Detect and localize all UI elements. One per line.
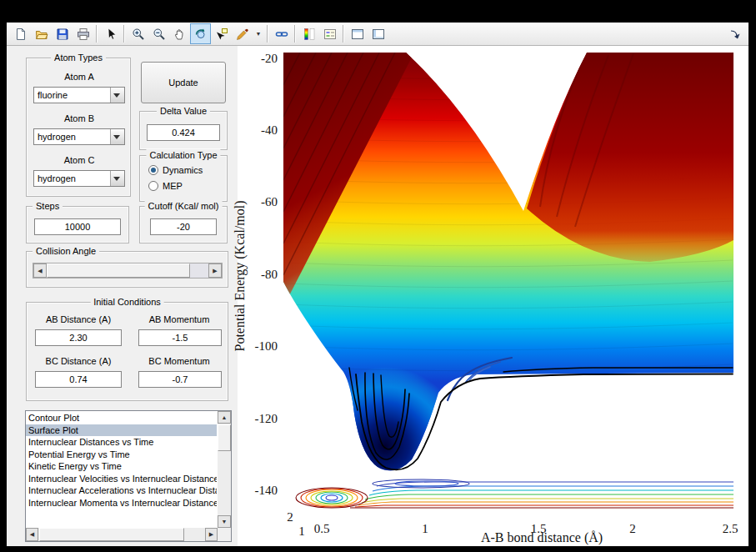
calculation-type-panel: Calculation Type Dynamics MEP	[139, 155, 228, 202]
atom-a-label: Atom A	[27, 72, 132, 82]
ab-momentum-field[interactable]	[138, 329, 222, 346]
list-item[interactable]: Potential Energy vs Time	[26, 449, 217, 461]
legend-icon	[323, 28, 337, 41]
new-file-button[interactable]	[10, 23, 31, 44]
plot-type-listbox: Contour Plot Surface Plot Internuclear D…	[25, 410, 232, 542]
cutoff-field[interactable]	[150, 218, 217, 235]
toolbar-separator	[294, 25, 296, 43]
toolbar-separator	[96, 25, 98, 43]
atom-b-select[interactable]: hydrogen	[33, 128, 125, 145]
scroll-down-arrow[interactable]: ▼	[218, 515, 231, 528]
atom-c-label: Atom C	[27, 155, 132, 165]
scroll-right-arrow[interactable]: ▶	[205, 528, 218, 541]
radio-selected-icon	[148, 165, 158, 175]
open-folder-icon	[35, 28, 48, 41]
bc-momentum-field[interactable]	[138, 371, 222, 388]
save-button[interactable]	[52, 23, 73, 44]
bc-momentum-label: BC Momentum	[137, 356, 222, 366]
rotate-3d-icon	[194, 28, 208, 41]
scroll-up-arrow[interactable]: ▲	[218, 411, 231, 424]
vertical-scroll-thumb[interactable]	[218, 424, 231, 451]
save-icon	[56, 28, 69, 41]
open-file-button[interactable]	[31, 23, 52, 44]
insert-colorbar-button[interactable]	[298, 23, 319, 44]
brush-button[interactable]	[232, 23, 253, 44]
delta-value-field[interactable]	[147, 124, 220, 141]
list-item[interactable]: Internuclear Distances vs Time	[26, 436, 217, 449]
horizontal-scrollbar[interactable]: ◀ ▶	[26, 528, 218, 541]
pan-button[interactable]	[169, 23, 190, 44]
ab-momentum-label: AB Momentum	[137, 314, 222, 324]
zoom-out-button[interactable]	[148, 23, 169, 44]
list-item[interactable]: Internuclear Velocities vs Internuclear …	[26, 473, 217, 485]
initial-conditions-title: Initial Conditions	[90, 296, 164, 308]
vertical-scrollbar[interactable]: ▲ ▼	[218, 411, 231, 528]
pan-hand-icon	[173, 28, 187, 41]
steps-field[interactable]	[34, 218, 121, 235]
scrollbar-corner	[218, 528, 231, 541]
mep-radio-label: MEP	[163, 181, 183, 191]
atom-a-value: fluorine	[38, 90, 68, 100]
x-axis-label: A-B bond distance (Å)	[454, 530, 629, 545]
list-item[interactable]: Contour Plot	[26, 412, 217, 424]
data-cursor-button[interactable]	[211, 23, 232, 44]
list-item[interactable]: Kinetic Energy vs Time	[26, 460, 217, 473]
y-axis-tick: -80	[243, 268, 278, 282]
potential-energy-surface-plot[interactable]	[250, 46, 756, 550]
atom-b-value: hydrogen	[38, 132, 76, 142]
collision-angle-panel: Collision Angle ◀ ▶	[26, 251, 228, 288]
calculation-type-title: Calculation Type	[146, 149, 220, 161]
toolbar-separator	[267, 25, 268, 43]
slider-left-arrow[interactable]: ◀	[33, 263, 47, 278]
steps-panel: Steps	[26, 206, 129, 243]
atom-types-panel: Atom Types Atom A fluorine Atom B hydrog…	[26, 58, 131, 197]
atom-c-select[interactable]: hydrogen	[33, 170, 125, 187]
collision-angle-title: Collision Angle	[33, 245, 99, 257]
brush-dropdown-arrow[interactable]: ▼	[253, 23, 264, 44]
collision-angle-slider[interactable]: ◀ ▶	[33, 263, 223, 279]
base-contour-lines	[296, 479, 733, 508]
cutoff-panel: Cutoff (Kcal/ mol)	[139, 206, 228, 243]
list-items: Contour Plot Surface Plot Internuclear D…	[26, 412, 217, 509]
figure-toolbar: ▼	[7, 23, 748, 46]
y-axis-tick: -20	[243, 52, 278, 66]
rotate-3d-button[interactable]	[190, 23, 211, 44]
list-item-selected[interactable]: Surface Plot	[26, 424, 217, 437]
atom-c-value: hydrogen	[38, 173, 76, 183]
toolbar-separator	[343, 25, 344, 43]
show-plot-tools-button[interactable]	[368, 23, 388, 44]
brush-icon	[236, 28, 249, 41]
slider-right-arrow[interactable]: ▶	[208, 263, 222, 278]
list-item[interactable]: Internuclear Momenta vs Internuclear Dis…	[26, 497, 217, 509]
link-plot-button[interactable]	[271, 23, 292, 44]
x-axis-tick: 2.5	[712, 522, 748, 536]
ab-distance-field[interactable]	[35, 329, 122, 346]
y-axis-tick: -100	[243, 339, 278, 354]
y-axis-tick: -120	[243, 412, 278, 426]
scroll-left-arrow[interactable]: ◀	[26, 528, 38, 541]
dock-figure-button[interactable]	[724, 23, 745, 44]
new-file-icon	[14, 28, 28, 41]
y-axis-tick: -60	[243, 195, 278, 209]
update-button[interactable]: Update	[141, 62, 226, 103]
hide-plot-tools-button[interactable]	[347, 23, 368, 44]
dynamics-radio-label: Dynamics	[163, 165, 203, 175]
x-axis-tick: 1	[407, 522, 443, 536]
dock-figure-icon	[728, 28, 742, 41]
toolbar-separator	[123, 25, 125, 43]
atom-types-title: Atom Types	[51, 52, 106, 63]
atom-a-select[interactable]: fluorine	[33, 87, 125, 103]
bc-distance-field[interactable]	[35, 371, 122, 388]
atom-b-label: Atom B	[27, 113, 132, 123]
dropdown-arrow-icon	[110, 171, 124, 186]
cursor-button[interactable]	[100, 23, 121, 44]
zoom-in-button[interactable]	[128, 23, 148, 44]
insert-legend-button[interactable]	[319, 23, 340, 44]
data-cursor-icon	[215, 28, 228, 41]
hide-plot-tools-icon	[351, 28, 364, 41]
slider-thumb[interactable]	[47, 263, 190, 278]
list-item[interactable]: Internuclear Accelerations vs Internucle…	[26, 484, 217, 497]
horizontal-scroll-thumb[interactable]	[39, 528, 184, 541]
print-icon	[77, 28, 90, 41]
print-button[interactable]	[73, 23, 93, 44]
